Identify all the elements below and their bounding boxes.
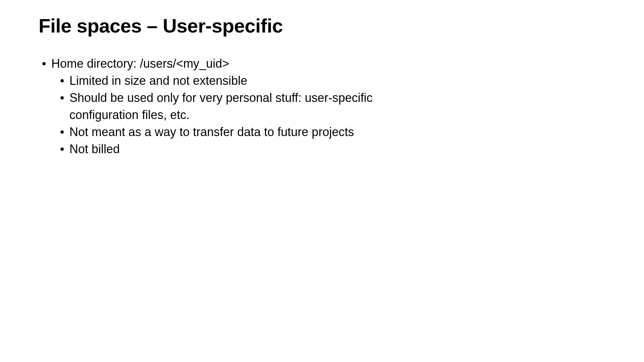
bullet-text: Should be used only for very personal st… [69,91,373,122]
list-item: Home directory: /users/<my_uid> Limited … [42,55,444,158]
bullet-list: Home directory: /users/<my_uid> Limited … [39,55,444,158]
slide: File spaces – User-specific Home directo… [0,0,483,272]
bullet-text: Home directory: /users/<my_uid> [51,57,229,70]
list-item: Not meant as a way to transfer data to f… [60,123,444,140]
list-item: Limited in size and not extensible [60,72,444,89]
bullet-text: Not meant as a way to transfer data to f… [69,125,354,139]
slide-title: File spaces – User-specific [39,15,444,37]
bullet-text: Limited in size and not extensible [69,74,247,87]
list-item: Should be used only for very personal st… [60,89,444,123]
list-item: Not billed [60,140,444,158]
bullet-text: Not billed [69,142,120,156]
sub-bullet-list: Limited in size and not extensible Shoul… [51,72,444,158]
